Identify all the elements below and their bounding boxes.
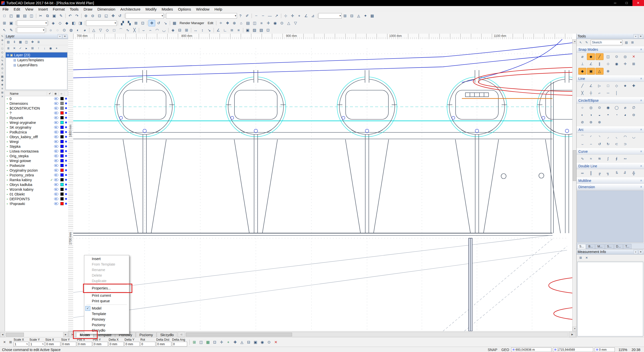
layer-columns-icon[interactable]: ◫: [23, 39, 29, 45]
double-corner3-tool-icon[interactable]: ╚: [613, 170, 621, 177]
section-header-dimension[interactable]: Dimension «: [577, 184, 644, 190]
separator[interactable]: [80, 13, 83, 19]
rosette-tool-icon[interactable]: ⊛: [595, 119, 603, 126]
context-menu-item[interactable]: Skrzydło: [84, 328, 129, 333]
scroll-left-icon[interactable]: ◀: [0, 332, 5, 337]
layer-row[interactable]: ▪ Orig_stepka: [5, 154, 68, 158]
layer-color-swatch[interactable]: [60, 159, 64, 162]
dock-add-icon[interactable]: ⊞: [0, 90, 4, 94]
layer-color-swatch[interactable]: [60, 164, 64, 167]
draw-icon[interactable]: ✎: [8, 27, 15, 33]
eye-icon[interactable]: [54, 140, 58, 143]
layer-grid-icon[interactable]: ▦: [17, 39, 23, 45]
selector-combo[interactable]: [17, 27, 45, 33]
light-icon[interactable]: ✧: [217, 20, 224, 26]
menu-item[interactable]: Window: [193, 6, 212, 12]
coordinate-z-field[interactable]: ⊞ 0 mm: [595, 347, 615, 352]
chevron-up-icon[interactable]: «: [639, 99, 643, 101]
layer-color-swatch[interactable]: [60, 183, 64, 186]
measure-table-icon[interactable]: ⊞: [578, 255, 584, 261]
menu-item[interactable]: Options: [176, 6, 194, 12]
zoom-in-icon[interactable]: ⊕: [83, 13, 89, 19]
ellipse2-tool-icon[interactable]: ◑: [587, 112, 595, 118]
osnap-icon[interactable]: ⊡: [211, 339, 218, 345]
palette-tab-tools[interactable]: T...: [623, 244, 631, 249]
copy-icon[interactable]: ⧉: [44, 13, 51, 19]
context-menu-item[interactable]: Rename: [84, 267, 129, 273]
x-line-tool-icon[interactable]: ╳: [578, 90, 586, 96]
scrollbar-thumb[interactable]: [6, 333, 24, 337]
format-painter-icon[interactable]: ✎: [58, 13, 64, 19]
target-icon[interactable]: ⌖: [225, 339, 232, 345]
column-header-color-icon[interactable]: ☼: [59, 92, 64, 95]
table-icon[interactable]: ⊞: [629, 40, 635, 45]
arc-tool-icon[interactable]: ⌒: [578, 133, 586, 140]
arc-ll-tool-icon[interactable]: ◟: [613, 133, 621, 140]
section-header-line[interactable]: Line «: [577, 75, 644, 82]
fill-icon[interactable]: ▣: [252, 339, 259, 345]
closed-arc-tool-icon[interactable]: ⊃: [621, 141, 629, 147]
pattern-icon[interactable]: ▞: [119, 20, 126, 26]
double-corner-tool-icon[interactable]: ╔: [595, 170, 603, 177]
pen-color-combo[interactable]: [86, 20, 117, 26]
scale-icon[interactable]: ↘: [162, 20, 169, 26]
zoom-level[interactable]: 115%: [616, 348, 629, 352]
context-menu-item[interactable]: Insert: [84, 256, 129, 262]
separator[interactable]: [169, 20, 171, 26]
chord-tool-icon[interactable]: ⊖: [630, 112, 638, 118]
properties-icon[interactable]: ◈: [50, 20, 57, 26]
canvas-hscrollbar[interactable]: [185, 332, 568, 337]
eye-icon[interactable]: [54, 135, 58, 138]
layer-row[interactable]: ▪ Rysunek: [5, 115, 68, 120]
h-line-tool-icon[interactable]: ─: [604, 90, 612, 96]
dock-circle-icon[interactable]: ○: [0, 42, 4, 46]
midpoint-snap-icon[interactable]: ◫: [604, 53, 612, 60]
layer-row[interactable]: ▪ Oryginalny pozion: [5, 168, 68, 173]
context-menu-item[interactable]: [84, 284, 129, 285]
field-input[interactable]: 0 mm: [109, 342, 124, 346]
layer-color-swatch[interactable]: [60, 140, 64, 143]
apply-icon[interactable]: ✓: [17, 45, 23, 51]
dock-text-icon[interactable]: A: [0, 62, 4, 66]
layer-color-swatch[interactable]: [60, 97, 64, 100]
tree-item-layer-root[interactable]: ⊟ ▣ Layer (23): [6, 53, 67, 58]
ring-tool-icon[interactable]: ⊚: [587, 119, 595, 126]
layer-row[interactable]: ▪ Podwozie: [5, 163, 68, 168]
context-menu-item[interactable]: Template: [84, 311, 129, 317]
ortho-toggle-icon[interactable]: ◫: [198, 339, 205, 345]
open-arc-tool-icon[interactable]: ⊂: [613, 141, 621, 147]
rect-tool-icon[interactable]: □: [111, 27, 117, 33]
dock-select-icon[interactable]: ↖: [0, 34, 4, 38]
insert-view-icon[interactable]: ⊕: [231, 20, 238, 26]
eye-icon[interactable]: [54, 188, 58, 191]
separator[interactable]: [64, 13, 67, 19]
layer-color-swatch[interactable]: [60, 135, 64, 138]
snap-ortho-icon[interactable]: ⊿: [309, 13, 316, 19]
render-manager-icon[interactable]: ▦: [171, 20, 178, 26]
grid-icon[interactable]: ⊞: [630, 61, 638, 67]
layer-color-swatch[interactable]: [60, 169, 64, 172]
dock-rect-icon[interactable]: □: [0, 46, 4, 50]
layer-color-swatch[interactable]: [60, 197, 64, 200]
move-layer-icon[interactable]: ⇕: [11, 39, 17, 45]
help-icon[interactable]: ?: [237, 13, 244, 19]
quadrant-snap-icon[interactable]: ◎: [621, 53, 629, 60]
layer-row[interactable]: ▪ Ramka kabiny ✓: [5, 177, 68, 182]
ccw-arc-tool-icon[interactable]: ↺: [595, 141, 603, 147]
layer-row[interactable]: ▪ Podłużnica: [5, 130, 68, 134]
expand-icon[interactable]: ▸: [23, 45, 29, 51]
grid-on-icon[interactable]: ⊞: [342, 13, 348, 19]
angle-snap-icon[interactable]: ∠: [587, 61, 595, 67]
separator[interactable]: [190, 27, 192, 33]
spinner-icon[interactable]: ⇅: [26, 343, 28, 345]
expander-icon[interactable]: ⊟: [7, 54, 10, 57]
cw-arc-tool-icon[interactable]: ↻: [604, 141, 612, 147]
pan-icon[interactable]: ✥: [110, 13, 116, 19]
menu-item[interactable]: Help: [212, 6, 225, 12]
close-icon[interactable]: ✕: [638, 34, 643, 38]
layer-row[interactable]: ▪ Listwa montazowa: [5, 149, 68, 154]
context-menu-item[interactable]: ✓ Model: [84, 306, 129, 311]
layer-color-swatch[interactable]: [60, 178, 64, 181]
save-icon[interactable]: ▦: [15, 13, 21, 19]
star-tool-icon[interactable]: ★: [621, 82, 629, 89]
